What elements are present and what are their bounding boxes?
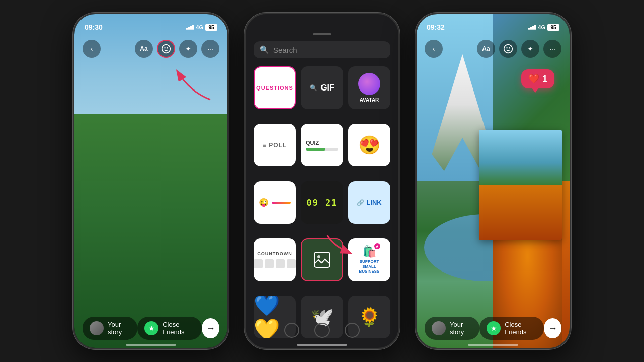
countdown-box-4	[287, 259, 296, 268]
sticker-button-3[interactable]	[499, 40, 517, 58]
close-friends-btn-3[interactable]: ★ Close Friends	[479, 317, 544, 340]
toolbar-1: ‹ Aa ✦ ···	[74, 36, 227, 61]
sticker-quiz[interactable]: QUIZ	[301, 124, 343, 166]
more-button-3[interactable]: ···	[543, 40, 561, 58]
text-button-1[interactable]: Aa	[135, 40, 153, 58]
sticker-gif[interactable]: 🔍 GIF	[301, 66, 343, 109]
bar1-3	[528, 28, 530, 30]
phone-2: 🔍 Search QUESTIONS 🔍 GIF AVATAR	[244, 13, 400, 349]
your-story-btn-3[interactable]: Your story	[425, 317, 479, 340]
toolbar-right-1: Aa ✦ ···	[135, 40, 219, 58]
bar1	[186, 28, 188, 30]
status-bar-3: 09:32 4G 95	[417, 14, 570, 36]
arrow-indicator-1	[170, 62, 220, 109]
your-story-label-1: Your story	[108, 321, 130, 336]
sticker-panel: 🔍 Search QUESTIONS 🔍 GIF AVATAR	[246, 14, 398, 348]
timer-label: 09 21	[306, 198, 337, 208]
like-badge: ❤️ 1	[521, 69, 554, 88]
red-arrow-svg-1	[170, 62, 220, 107]
face-icon-1	[161, 44, 171, 54]
green-circle-3: ★	[487, 321, 501, 335]
status-icons-3: 4G 95	[528, 24, 559, 31]
red-arrow-2	[322, 230, 362, 260]
text-button-3[interactable]: Aa	[477, 40, 495, 58]
countdown-box-3	[276, 259, 285, 268]
drag-handle[interactable]	[313, 33, 331, 35]
signal-icon-3	[528, 25, 536, 30]
signal-icon-1	[186, 25, 194, 30]
svg-point-1	[164, 47, 166, 49]
bottom-bar-3: Your story ★ Close Friends →	[417, 317, 570, 340]
overlay-top	[479, 130, 562, 185]
svg-point-0	[162, 45, 171, 53]
link-icon: 🔗	[357, 199, 364, 206]
network-type-1: 4G	[196, 24, 203, 30]
svg-point-8	[506, 47, 508, 49]
nav-btn-1[interactable]	[284, 323, 299, 338]
sticker-avatar[interactable]: AVATAR	[348, 66, 390, 109]
search-placeholder: Search	[273, 46, 297, 54]
close-friends-label-1: Close Friends	[163, 321, 195, 336]
next-button-1[interactable]: →	[202, 318, 219, 338]
toolbar-right-3: Aa ✦ ···	[477, 40, 561, 58]
status-icons-1: 4G 95	[186, 24, 217, 31]
poll-label: ≡ POLL	[263, 142, 287, 149]
bar4	[192, 25, 194, 30]
back-button-3[interactable]: ‹	[425, 40, 443, 58]
questions-label: QUESTIONS	[256, 85, 293, 91]
slider-track	[272, 202, 291, 204]
status-bar-1: 09:30 4G 95	[74, 14, 227, 36]
phones-container: 09:30 4G 95 ‹ Aa	[0, 0, 644, 362]
quiz-fill	[306, 148, 325, 151]
phone1-grass	[74, 114, 227, 348]
search-bar[interactable]: 🔍 Search	[254, 41, 390, 58]
search-icon: 🔍	[260, 45, 269, 54]
sticker-grid: QUESTIONS 🔍 GIF AVATAR ≡ POLL QUIZ	[246, 66, 398, 348]
avatar-3	[432, 321, 446, 335]
sticker-link[interactable]: 🔗 LINK	[348, 181, 390, 224]
toolbar-3: ‹ Aa ✦ ···	[417, 36, 570, 61]
svg-point-9	[509, 47, 510, 49]
network-type-3: 4G	[538, 24, 545, 30]
gif-label: GIF	[320, 83, 334, 93]
time-1: 09:30	[85, 23, 103, 31]
sticker-emoji-face[interactable]: 😍	[348, 124, 390, 166]
your-story-btn-1[interactable]: Your story	[83, 317, 137, 340]
bar4-3	[534, 25, 536, 30]
time-3: 09:32	[427, 23, 445, 31]
quiz-progress-bar	[306, 148, 338, 151]
bar3	[190, 26, 192, 30]
sticker-questions[interactable]: QUESTIONS	[254, 66, 296, 109]
your-story-label-3: Your story	[450, 321, 472, 336]
nav-btn-2[interactable]	[314, 323, 330, 338]
sticker-slider[interactable]: 😜	[254, 181, 296, 224]
overlay-photo	[479, 130, 562, 240]
effects-button-3[interactable]: ✦	[521, 40, 539, 58]
like-count: 1	[542, 74, 547, 84]
battery-3: 95	[547, 24, 559, 31]
effects-button-1[interactable]: ✦	[179, 40, 197, 58]
green-circle-1: ★	[144, 321, 158, 335]
sticker-timer[interactable]: 09 21	[301, 181, 343, 224]
overlay-bottom	[479, 185, 562, 240]
phone-3: 09:32 4G 95 ‹ Aa	[415, 13, 571, 349]
back-button-1[interactable]: ‹	[83, 40, 101, 58]
home-indicator-1	[126, 344, 176, 346]
avatar-icon	[358, 73, 380, 95]
bar3-3	[532, 26, 534, 30]
home-indicator-3	[468, 344, 518, 346]
home-indicator-2	[297, 344, 347, 346]
svg-point-2	[167, 47, 168, 49]
more-button-1[interactable]: ···	[201, 40, 219, 58]
sticker-button-1[interactable]	[157, 40, 175, 58]
sticker-countdown[interactable]: COUNTDOWN	[254, 238, 296, 281]
next-button-3[interactable]: →	[544, 318, 561, 338]
sticker-poll[interactable]: ≡ POLL	[254, 124, 296, 166]
countdown-boxes	[254, 259, 296, 268]
arrow-2-container	[322, 230, 362, 262]
face-icon-3	[503, 44, 513, 54]
svg-point-5	[317, 255, 320, 258]
heart-icon: ❤️	[528, 73, 539, 84]
nav-btn-3[interactable]	[345, 323, 360, 338]
close-friends-btn-1[interactable]: ★ Close Friends	[137, 317, 202, 340]
